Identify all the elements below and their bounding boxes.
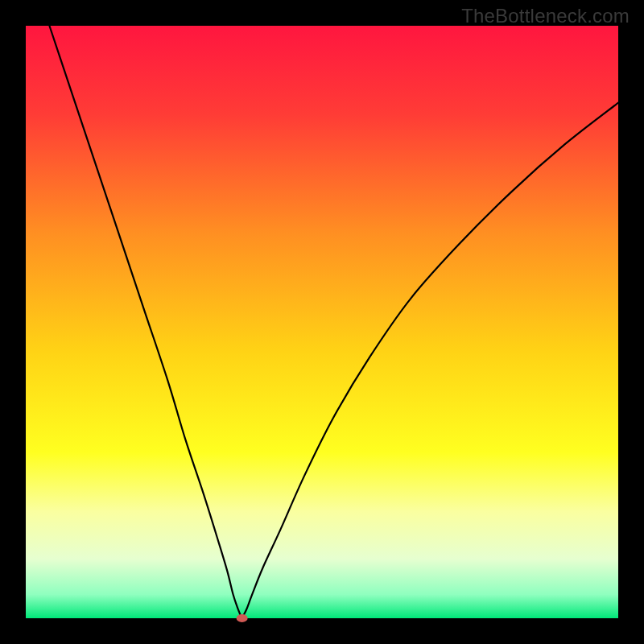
- min-marker: [237, 614, 248, 622]
- watermark-text: TheBottleneck.com: [461, 5, 630, 27]
- plot-area: [26, 26, 618, 618]
- bottleneck-chart: [0, 0, 644, 644]
- chart-frame: TheBottleneck.com: [0, 0, 644, 644]
